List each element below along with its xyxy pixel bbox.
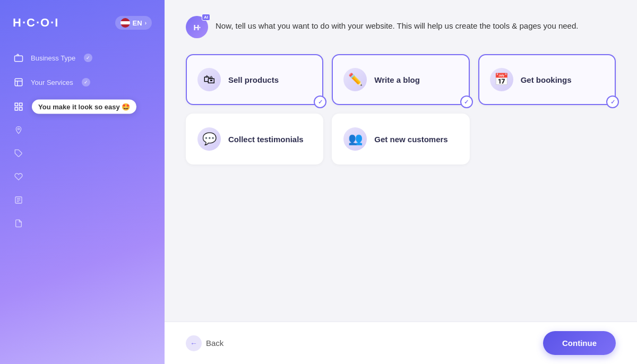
- sidebar-item-goals[interactable]: You make it look so easy 🤩: [0, 94, 165, 119]
- sidebar-item-your-services[interactable]: Your Services ✓: [0, 70, 165, 94]
- svg-rect-1: [15, 79, 22, 86]
- file-icon: [13, 218, 24, 229]
- svg-point-8: [18, 128, 19, 129]
- option-write-blog[interactable]: ✏️ Write a blog ✓: [332, 54, 469, 105]
- sidebar-item-business-type[interactable]: Business Type ✓: [0, 46, 165, 70]
- sidebar-icons: [0, 119, 165, 240]
- get-bookings-check: ✓: [606, 96, 619, 108]
- services-icon: [13, 76, 24, 88]
- tag-icon: [13, 148, 24, 159]
- sidebar-document[interactable]: [0, 189, 165, 211]
- option-collect-testimonials[interactable]: 💬 Collect testimonials: [186, 114, 323, 164]
- customers-icon: 👥: [348, 132, 363, 146]
- your-services-label: Your Services: [31, 79, 73, 86]
- collect-testimonials-icon-wrapper: 💬: [197, 127, 221, 151]
- option-sell-products[interactable]: 🛍 Sell products ✓: [186, 54, 323, 105]
- sidebar-location[interactable]: [0, 119, 165, 141]
- sidebar: H·C·O·I EN › Business Type ✓: [0, 0, 165, 364]
- option-get-new-customers[interactable]: 👥 Get new customers: [332, 114, 469, 164]
- svg-rect-4: [15, 103, 18, 106]
- testimonials-icon: 💬: [202, 132, 217, 146]
- options-grid: 🛍 Sell products ✓ ✏️ Write a blog ✓ 📅 Ge…: [186, 54, 616, 164]
- svg-rect-5: [20, 103, 22, 106]
- main-content: H· AI Now, tell us what you want to do w…: [165, 0, 637, 364]
- blog-icon: ✏️: [348, 73, 363, 86]
- content-area: H· AI Now, tell us what you want to do w…: [165, 0, 637, 322]
- get-new-customers-icon-wrapper: 👥: [343, 127, 367, 151]
- sidebar-tag[interactable]: [0, 142, 165, 164]
- business-type-check: ✓: [84, 54, 92, 62]
- continue-button[interactable]: Continue: [543, 331, 616, 355]
- bookings-icon: 📅: [494, 73, 509, 86]
- briefcase-icon: [13, 52, 24, 64]
- business-type-label: Business Type: [31, 54, 75, 62]
- ai-message: Now, tell us what you want to do with yo…: [216, 16, 578, 32]
- language-label: EN: [133, 19, 142, 27]
- write-blog-check: ✓: [460, 96, 473, 108]
- chevron-right-icon: ›: [145, 20, 147, 26]
- ai-logo-icon: H·: [194, 23, 201, 32]
- language-selector[interactable]: EN ›: [115, 16, 152, 30]
- document-icon: [13, 194, 24, 206]
- flag-icon: [120, 18, 130, 28]
- option-get-bookings[interactable]: 📅 Get bookings ✓: [478, 54, 616, 105]
- write-blog-label: Write a blog: [374, 75, 420, 84]
- logo: H·C·O·I: [13, 16, 59, 30]
- sidebar-file[interactable]: [0, 212, 165, 235]
- write-blog-icon-wrapper: ✏️: [343, 68, 367, 91]
- shopping-bag-icon: 🛍: [203, 73, 215, 86]
- back-label: Back: [206, 339, 223, 348]
- back-arrow-icon: ←: [186, 335, 202, 351]
- get-bookings-icon-wrapper: 📅: [490, 68, 513, 91]
- ai-badge: AI: [202, 14, 210, 21]
- svg-rect-7: [20, 108, 22, 110]
- tooltip-bubble: You make it look so easy 🤩: [32, 100, 136, 114]
- collect-testimonials-label: Collect testimonials: [228, 135, 304, 144]
- sell-products-check: ✓: [314, 96, 326, 108]
- heart-icon: [13, 171, 24, 183]
- your-services-check: ✓: [82, 78, 90, 86]
- sidebar-heart[interactable]: [0, 166, 165, 188]
- get-bookings-label: Get bookings: [521, 75, 572, 84]
- sidebar-nav: Business Type ✓ Your Services ✓: [0, 40, 165, 353]
- ai-avatar: H· AI: [186, 16, 208, 38]
- sell-products-label: Sell products: [228, 75, 279, 84]
- ai-header: H· AI Now, tell us what you want to do w…: [186, 16, 616, 38]
- sell-products-icon-wrapper: 🛍: [197, 68, 221, 91]
- grid-icon: [13, 101, 24, 112]
- svg-rect-0: [15, 56, 23, 62]
- sidebar-header: H·C·O·I EN ›: [0, 11, 165, 40]
- svg-rect-6: [15, 108, 18, 110]
- bottom-bar: ← Back Continue: [165, 322, 637, 364]
- back-button[interactable]: ← Back: [186, 335, 223, 351]
- location-icon: [13, 124, 24, 136]
- get-new-customers-label: Get new customers: [374, 135, 447, 144]
